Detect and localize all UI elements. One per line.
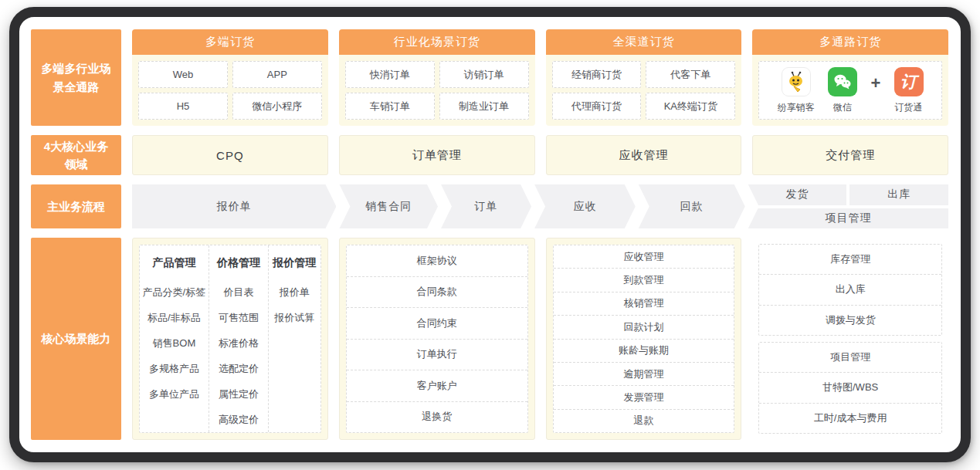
capability-item: 调拨与发货 [759,306,941,335]
domain-order: 订单管理 [339,135,535,175]
flow-step-payment: 回款 [639,184,745,228]
channel-item: 快消订单 [345,61,435,88]
capability-item: 框架协议 [347,245,527,277]
capability-column-product: 产品管理 产品分类/标签 标品/非标品 销售BOM 多规格产品 多单位产品 [140,245,209,432]
capability-item: 产品分类/标签 [140,279,209,305]
capability-sublist-warehouse: 库存管理 出入库 调拨与发货 [758,244,942,336]
capability-sublist-project: 项目管理 甘特图/WBS 工时/成本与费用 [758,342,942,434]
capability-item: 报价试算 [269,305,320,330]
channel-item: 经销商订货 [552,61,642,88]
capability-item: 出入库 [759,275,941,305]
channel-item: APP [232,61,322,88]
capability-item: 多单位产品 [140,381,209,407]
app-label: 微信 [833,101,852,114]
flow-step-contract: 销售合同 [339,184,438,228]
wechat-icon [828,67,857,96]
rail-label-flow: 主业务流程 [31,184,121,228]
column-header: 价格管理 [209,256,268,279]
rail-label-domains: 4大核心业务领域 [31,135,121,175]
capability-block-receivable: 应收管理 到款管理 核销管理 回款计划 账龄与账期 逾期管理 发票管理 退款 [546,238,742,440]
capability-item: 客户账户 [347,370,527,402]
channel-body: 经销商订货 代客下单 代理商订货 KA终端订货 [546,55,742,126]
channel-item: 微信小程序 [232,93,322,120]
channel-items: Web APP H5 微信小程序 [138,61,322,120]
channel-item: 代理商订货 [552,93,642,120]
capability-item: 应收管理 [554,245,734,269]
plus-icon: + [870,73,880,107]
channel-header: 全渠道订货 [546,29,742,55]
capability-item: 到款管理 [554,269,734,292]
channel-header: 多端订货 [132,29,328,55]
capability-item: 逾期管理 [554,363,734,386]
domain-receivable: 应收管理 [546,135,742,175]
capability-item: 属性定价 [209,381,268,407]
capability-item: 账龄与账期 [554,340,734,363]
flow-group-top: 发货 出库 [748,184,948,205]
fxiaoke-bee-icon [782,67,811,96]
channel-item: 车销订单 [345,93,435,120]
channel-item: 代客下单 [646,61,735,88]
channel-body: Web APP H5 微信小程序 [132,55,328,126]
capability-item: 标准价格 [209,330,268,356]
capability-item: 合同约束 [347,308,527,340]
apps-box: 纷享销客 [758,61,942,120]
dinghuotong-icon: 订 [894,67,924,96]
channel-items: 快消订单 访销订单 车销订单 制造业订单 [345,61,529,120]
flow-step-order: 订单 [441,184,531,228]
channel-item: 访销订单 [439,61,529,88]
capability-item: 退款 [554,410,734,432]
rail-label-capabilities: 核心场景能力 [31,238,121,440]
capability-block-delivery: 库存管理 出入库 调拨与发货 项目管理 甘特图/WBS 工时/成本与费用 [752,238,948,440]
capability-item: 高级定价 [209,407,268,432]
flow-step-outbound: 出库 [849,184,948,205]
channel-items: 经销商订货 代客下单 代理商订货 KA终端订货 [552,61,736,120]
capability-item: 发票管理 [554,386,734,409]
capability-item: 订单执行 [347,340,527,371]
capability-item: 退换货 [347,402,527,433]
capability-block-cpq: 产品管理 产品分类/标签 标品/非标品 销售BOM 多规格产品 多单位产品 价格… [132,238,328,440]
channel-header: 多通路订货 [752,29,948,55]
flow-group-delivery: 发货 出库 项目管理 [748,184,948,228]
channel-body: 纷享销客 [752,55,948,126]
channel-block-industry: 行业化场景订货 快消订单 访销订单 车销订单 制造业订单 [339,29,535,126]
app-label: 订货通 [895,101,923,114]
process-flow: 报价单 销售合同 订单 应收 回款 发货 出库 项目管理 [132,184,948,228]
flow-step-project: 项目管理 [748,208,948,229]
capability-item: 标品/非标品 [140,305,209,330]
channel-block-multi-path: 多通路订货 [752,29,948,126]
capability-item: 合同条款 [347,277,527,309]
app-label: 纷享销客 [778,101,815,114]
capability-item: 回款计划 [554,316,734,339]
channel-item: H5 [138,93,228,120]
channel-item: KA终端订货 [646,93,735,120]
capability-list: 应收管理 到款管理 核销管理 回款计划 账龄与账期 逾期管理 发票管理 退款 [553,245,735,433]
domain-cpq: CPQ [132,135,328,175]
capability-column-quote: 报价管理 报价单 报价试算 [268,245,320,432]
flow-step-quote: 报价单 [132,184,336,228]
diagram-canvas: 多端多行业场景全通路 多端订货 Web APP H5 微信小程序 行业化场景订货 [19,17,961,452]
channel-block-omni: 全渠道订货 经销商订货 代客下单 代理商订货 KA终端订货 [546,29,742,126]
column-header: 报价管理 [269,256,320,279]
capability-item: 核销管理 [554,292,734,316]
channel-block-multi-device: 多端订货 Web APP H5 微信小程序 [132,29,328,126]
capability-item: 价目表 [209,279,268,305]
capability-item: 库存管理 [759,245,941,275]
flow-step-shipping: 发货 [748,184,847,205]
flow-step-receivable: 应收 [534,184,636,228]
channel-body: 快消订单 访销订单 车销订单 制造业订单 [339,55,535,126]
domain-delivery: 交付管理 [752,135,948,175]
column-header: 产品管理 [140,256,209,279]
diagram-grid: 多端多行业场景全通路 多端订货 Web APP H5 微信小程序 行业化场景订货 [31,29,948,432]
capability-item: 报价单 [269,279,320,305]
capability-columns: 产品管理 产品分类/标签 标品/非标品 销售BOM 多规格产品 多单位产品 价格… [139,245,321,433]
app-dinghuotong: 订 订货通 [894,67,924,114]
capability-list: 框架协议 合同条款 合同约束 订单执行 客户账户 退换货 [346,245,528,433]
capability-item: 项目管理 [759,343,941,373]
channel-item: Web [138,61,228,88]
capability-item: 可售范围 [209,305,268,330]
capability-item: 工时/成本与费用 [759,404,941,433]
capability-item: 销售BOM [140,330,209,356]
channel-item: 制造业订单 [439,93,529,120]
app-wechat: 微信 [828,67,857,114]
capability-item: 多规格产品 [140,356,209,381]
